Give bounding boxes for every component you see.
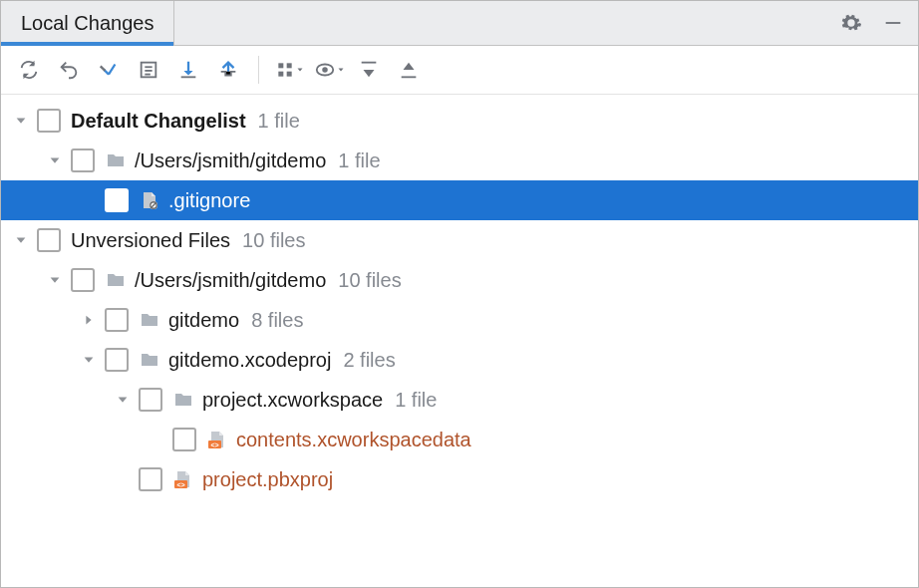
row-label: project.xcworkspace <box>202 389 383 412</box>
tree-row-pbxproj[interactable]: project.pbxproj <box>1 459 918 499</box>
file-count: 10 files <box>242 229 305 252</box>
row-label: /Users/jsmith/gitdemo <box>135 149 326 172</box>
folder-icon <box>105 149 127 171</box>
row-label: project.pbxproj <box>202 468 333 491</box>
shelve-icon[interactable] <box>170 52 206 88</box>
version-control-panel: Local Changes Default Changelist1 file/U… <box>0 0 919 588</box>
tree-row-dc-folder[interactable]: /Users/jsmith/gitdemo1 file <box>1 141 918 180</box>
row-label: Unversioned Files <box>71 229 230 252</box>
chevron-down-icon[interactable] <box>113 390 133 410</box>
row-label: /Users/jsmith/gitdemo <box>135 269 326 292</box>
row-label: .gitignore <box>168 189 250 212</box>
chevron-down-icon[interactable] <box>79 350 99 370</box>
row-label: gitdemo <box>168 309 239 332</box>
chevron-down-icon[interactable] <box>11 230 31 250</box>
refresh-icon[interactable] <box>11 52 47 88</box>
tab-label: Local Changes <box>21 12 153 35</box>
file-count: 1 file <box>338 149 380 172</box>
checkbox[interactable] <box>172 428 196 451</box>
file-count: 2 files <box>343 349 395 372</box>
tree-row-gitignore[interactable]: .gitignore <box>1 180 918 220</box>
toolbar-separator <box>258 56 259 84</box>
tree-row-contentsxcw[interactable]: contents.xcworkspacedata <box>1 420 918 459</box>
commit-icon[interactable] <box>91 52 127 88</box>
preview-icon[interactable] <box>311 52 347 88</box>
folder-icon <box>172 389 194 411</box>
checkbox[interactable] <box>139 388 162 412</box>
checkbox[interactable] <box>139 467 162 491</box>
rollback-icon[interactable] <box>51 52 87 88</box>
tree-row-unversioned[interactable]: Unversioned Files10 files <box>1 220 918 260</box>
changelist-icon[interactable] <box>131 52 166 88</box>
row-label: Default Changelist <box>71 110 246 133</box>
chevron-down-icon[interactable] <box>45 150 65 170</box>
file-count: 1 file <box>258 110 300 133</box>
collapse-all-icon[interactable] <box>391 52 427 88</box>
tree-row-xcodeproj[interactable]: gitdemo.xcodeproj2 files <box>1 340 918 380</box>
tree-row-default-changelist[interactable]: Default Changelist1 file <box>1 101 918 141</box>
checkbox[interactable] <box>37 228 61 252</box>
folder-icon <box>139 349 160 371</box>
chevron-right-icon[interactable] <box>79 310 99 330</box>
expand-all-icon[interactable] <box>351 52 387 88</box>
row-label: gitdemo.xcodeproj <box>168 349 331 372</box>
checkbox[interactable] <box>71 268 95 292</box>
unshelve-icon[interactable] <box>210 52 246 88</box>
checkbox[interactable] <box>105 308 129 332</box>
checkbox[interactable] <box>105 348 129 372</box>
folder-icon <box>105 269 127 291</box>
row-label: contents.xcworkspacedata <box>236 429 471 451</box>
tab-bar: Local Changes <box>1 1 918 46</box>
file-ignored-icon <box>139 189 160 211</box>
file-count: 10 files <box>338 269 401 292</box>
minimize-icon[interactable] <box>878 8 908 38</box>
tree-row-uv-folder[interactable]: /Users/jsmith/gitdemo10 files <box>1 260 918 300</box>
checkbox[interactable] <box>37 109 61 133</box>
changes-tree[interactable]: Default Changelist1 file/Users/jsmith/gi… <box>1 95 918 587</box>
chevron-down-icon[interactable] <box>45 270 65 290</box>
tree-row-workspace[interactable]: project.xcworkspace1 file <box>1 380 918 420</box>
gear-icon[interactable] <box>836 8 866 38</box>
folder-icon <box>139 309 160 331</box>
checkbox[interactable] <box>71 148 95 172</box>
group-by-icon[interactable] <box>271 52 307 88</box>
file-count: 1 file <box>395 389 437 412</box>
tab-local-changes[interactable]: Local Changes <box>1 1 174 45</box>
file-xml-icon <box>172 468 194 490</box>
file-count: 8 files <box>251 309 303 332</box>
file-xml-icon <box>206 429 228 450</box>
chevron-down-icon[interactable] <box>11 111 31 131</box>
toolbar <box>1 46 918 95</box>
tree-row-gitdemo-folder[interactable]: gitdemo8 files <box>1 300 918 340</box>
checkbox[interactable] <box>105 188 129 212</box>
